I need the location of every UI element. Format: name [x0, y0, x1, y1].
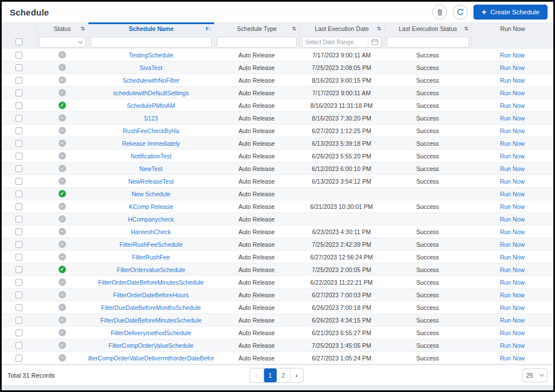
column-header-last-execution-date[interactable]: Last Execution Date ⇅: [299, 22, 384, 35]
date-range-filter-input[interactable]: Select Date Range: [302, 37, 382, 48]
row-checkbox[interactable]: [15, 228, 22, 235]
sort-icon[interactable]: ⇅: [377, 26, 381, 32]
run-now-link[interactable]: Run Now: [500, 191, 525, 197]
create-schedule-button[interactable]: + Create Schedule: [474, 5, 548, 20]
row-checkbox[interactable]: [15, 115, 22, 122]
schedule-name-link[interactable]: SchedulewithNoFilter: [88, 77, 214, 84]
run-now-link[interactable]: Run Now: [500, 342, 525, 349]
run-now-link[interactable]: Run Now: [500, 279, 525, 286]
run-now-link[interactable]: Run Now: [500, 241, 525, 248]
schedule-name-link[interactable]: FilterCompOrderValueSchedule: [88, 342, 214, 349]
column-header-status[interactable]: Status ⇅: [36, 22, 88, 35]
sort-icon[interactable]: ⇅: [464, 26, 468, 32]
row-checkbox[interactable]: [15, 52, 22, 59]
schedule-type-filter-input[interactable]: [217, 37, 297, 48]
page-size-select[interactable]: 25: [522, 368, 548, 382]
schedule-name-link[interactable]: FilterOrderDateBeforeHours: [88, 292, 214, 298]
run-now-link[interactable]: Run Now: [500, 52, 525, 59]
run-now-link[interactable]: Run Now: [500, 216, 525, 223]
schedule-name-filter-input[interactable]: [91, 37, 212, 48]
exec-status-filter-input[interactable]: [387, 37, 469, 48]
row-checkbox[interactable]: [15, 317, 22, 324]
schedule-name-link[interactable]: FilterRushFeeSchedule: [88, 241, 214, 248]
schedule-name-link[interactable]: KComp Release: [88, 203, 214, 210]
column-header-schedule-name[interactable]: Schedule Name F↓: [88, 22, 214, 35]
calendar-icon[interactable]: [371, 38, 378, 45]
row-checkbox[interactable]: [15, 102, 22, 109]
row-checkbox[interactable]: [15, 216, 22, 223]
schedule-name-link[interactable]: FilterCompOrderValueDelivermthorderDateB…: [88, 355, 214, 362]
page-1-button[interactable]: 1: [263, 368, 277, 382]
schedule-name-link[interactable]: FilterDueDateBeforeMonthsSchedule: [88, 304, 214, 311]
previous-page-button[interactable]: ‹: [250, 368, 263, 382]
run-now-link[interactable]: Run Now: [500, 329, 525, 336]
column-header-last-execution-status[interactable]: Last Execution Status ⇅: [384, 22, 471, 35]
schedule-name-link[interactable]: FilterOrderDateBeforeMinutesSchedule: [88, 279, 214, 286]
sort-icon[interactable]: ⇅: [80, 26, 85, 32]
schedule-name-link[interactable]: NewReleaseTest: [88, 178, 214, 185]
run-now-link[interactable]: Run Now: [500, 153, 525, 160]
run-now-link[interactable]: Run Now: [500, 304, 525, 311]
run-now-link[interactable]: Run Now: [500, 165, 525, 172]
schedule-name-link[interactable]: New Schedule: [88, 191, 214, 197]
row-checkbox[interactable]: [15, 77, 22, 84]
row-checkbox[interactable]: [15, 254, 22, 261]
schedule-name-link[interactable]: S123: [88, 115, 214, 122]
schedule-name-link[interactable]: schedulewithDefaultSettings: [88, 90, 214, 96]
row-checkbox[interactable]: [15, 165, 22, 172]
run-now-link[interactable]: Run Now: [500, 203, 525, 210]
sort-icon[interactable]: ⇅: [292, 26, 296, 32]
schedule-name-link[interactable]: SivaTest: [88, 64, 214, 71]
sort-active-icon[interactable]: F↓: [206, 26, 211, 32]
schedule-name-link[interactable]: RushFeeCheckByHa: [88, 127, 214, 134]
next-page-button[interactable]: ›: [290, 368, 303, 382]
schedule-name-link[interactable]: NewTest: [88, 165, 214, 172]
row-checkbox[interactable]: [15, 64, 22, 71]
row-checkbox[interactable]: [15, 292, 22, 298]
schedule-name-link[interactable]: NotificationTest: [88, 153, 214, 160]
row-checkbox[interactable]: [15, 203, 22, 210]
schedule-name-link[interactable]: FilterOrdervalueSchedule: [88, 266, 214, 273]
row-checkbox[interactable]: [15, 241, 22, 248]
schedule-name-link[interactable]: HCompanycheck: [88, 216, 214, 223]
schedule-name-link[interactable]: FilterRushFee: [88, 254, 214, 261]
status-filter-select[interactable]: [39, 37, 86, 48]
delete-button[interactable]: [432, 5, 447, 20]
row-checkbox[interactable]: [15, 266, 22, 273]
refresh-button[interactable]: [453, 5, 468, 20]
run-now-link[interactable]: Run Now: [500, 77, 525, 84]
run-now-link[interactable]: Run Now: [500, 228, 525, 235]
row-checkbox[interactable]: [15, 191, 22, 197]
column-header-schedule-type[interactable]: Schedule Type ⇅: [214, 22, 299, 35]
run-now-link[interactable]: Run Now: [500, 102, 525, 109]
row-checkbox[interactable]: [15, 153, 22, 160]
run-now-link[interactable]: Run Now: [500, 64, 525, 71]
run-now-link[interactable]: Run Now: [500, 178, 525, 185]
run-now-link[interactable]: Run Now: [500, 317, 525, 324]
row-checkbox[interactable]: [15, 342, 22, 349]
run-now-link[interactable]: Run Now: [500, 90, 525, 96]
schedule-name-link[interactable]: TestingSchedule: [88, 52, 214, 59]
run-now-link[interactable]: Run Now: [500, 292, 525, 298]
page-2-button[interactable]: 2: [277, 368, 290, 382]
run-now-link[interactable]: Run Now: [500, 127, 525, 134]
run-now-link[interactable]: Run Now: [500, 140, 525, 147]
row-checkbox[interactable]: [15, 329, 22, 336]
run-now-link[interactable]: Run Now: [500, 254, 525, 261]
row-checkbox[interactable]: [15, 90, 22, 96]
row-checkbox[interactable]: [15, 127, 22, 134]
select-all-checkbox[interactable]: [15, 38, 22, 45]
schedule-name-link[interactable]: HareeshCheck: [88, 228, 214, 235]
row-checkbox[interactable]: [15, 178, 22, 185]
schedule-name-link[interactable]: FilterDueDateBeforeMinutesSchedule: [88, 317, 214, 324]
schedule-name-link[interactable]: FilterDeliverymethodSchedule: [88, 329, 214, 336]
run-now-link[interactable]: Run Now: [500, 266, 525, 273]
schedule-name-link[interactable]: SchedulePMtoAM: [88, 102, 214, 109]
row-checkbox[interactable]: [15, 304, 22, 311]
run-now-link[interactable]: Run Now: [500, 115, 525, 122]
schedule-name-link[interactable]: Rekease Immediately: [88, 140, 214, 147]
run-now-link[interactable]: Run Now: [500, 355, 525, 362]
row-checkbox[interactable]: [15, 355, 22, 362]
row-checkbox[interactable]: [15, 140, 22, 147]
row-checkbox[interactable]: [15, 279, 22, 286]
